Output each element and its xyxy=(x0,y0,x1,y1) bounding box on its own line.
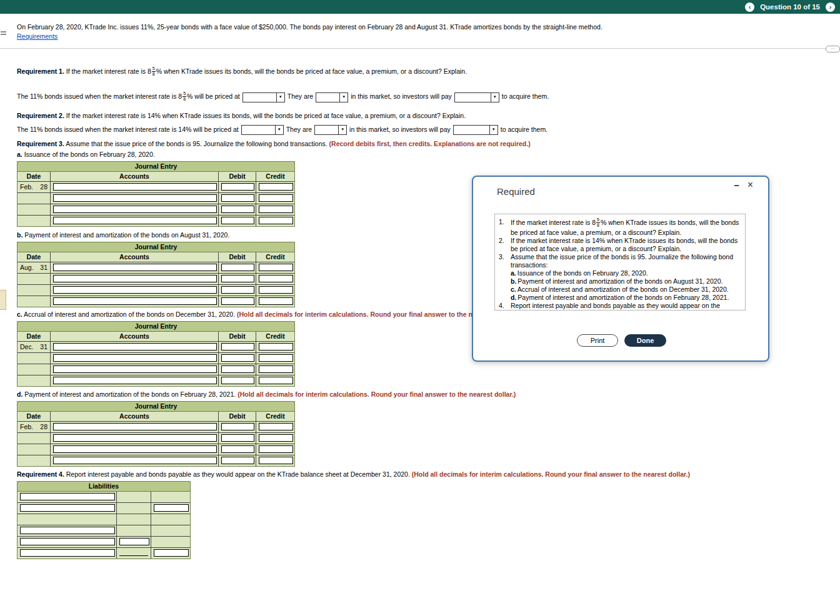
print-button[interactable]: Print xyxy=(577,334,618,347)
side-tab[interactable] xyxy=(0,290,6,310)
account-input[interactable] xyxy=(53,377,217,384)
balance-sheet-row xyxy=(18,514,190,525)
debit-input[interactable] xyxy=(221,365,254,373)
dropdown-arrow-icon: ▼ xyxy=(491,93,499,102)
liability-label-input[interactable] xyxy=(20,549,115,557)
account-input[interactable] xyxy=(53,365,217,373)
more-options-button[interactable]: ··· xyxy=(826,46,840,52)
next-question-button[interactable]: › xyxy=(826,2,835,12)
credit-input[interactable] xyxy=(259,183,293,191)
requirement-item: 4. Report interest payable and bonds pay… xyxy=(499,302,740,310)
journal-entry-title: Journal Entry xyxy=(18,242,294,252)
amount-input[interactable] xyxy=(119,538,149,545)
account-input[interactable] xyxy=(53,217,217,224)
account-input[interactable] xyxy=(53,286,217,294)
debit-input[interactable] xyxy=(221,206,254,213)
debit-input[interactable] xyxy=(221,423,254,430)
close-icon[interactable]: × xyxy=(748,179,753,191)
they-are-dropdown[interactable]: ▼ xyxy=(316,92,348,102)
account-input[interactable] xyxy=(53,206,217,213)
account-input[interactable] xyxy=(53,354,217,362)
account-input[interactable] xyxy=(53,457,217,464)
amount-input[interactable] xyxy=(154,504,189,512)
debit-input[interactable] xyxy=(221,194,254,202)
credit-input[interactable] xyxy=(259,365,293,373)
entry-day: 31 xyxy=(40,262,48,273)
liability-label-input[interactable] xyxy=(20,527,115,534)
credit-input[interactable] xyxy=(259,434,293,442)
priced-at-dropdown[interactable]: ▼ xyxy=(242,92,285,102)
requirement-2-answer-line: The 11% bonds issued when the market int… xyxy=(17,125,548,135)
debit-input[interactable] xyxy=(221,297,254,305)
transaction-d-label: d. Payment of interest and amortization … xyxy=(17,390,516,399)
credit-input[interactable] xyxy=(259,194,293,202)
liability-label-input[interactable] xyxy=(20,493,115,500)
debit-input[interactable] xyxy=(221,445,254,453)
debit-input[interactable] xyxy=(221,354,254,362)
priced-at-dropdown[interactable]: ▼ xyxy=(241,125,284,135)
credit-input[interactable] xyxy=(259,217,293,224)
account-input[interactable] xyxy=(53,264,217,271)
journal-row xyxy=(18,433,294,444)
requirements-link[interactable]: Requirements xyxy=(17,32,58,41)
debit-input[interactable] xyxy=(221,264,254,271)
debit-input[interactable] xyxy=(221,217,254,224)
debit-input[interactable] xyxy=(221,343,254,350)
debit-input[interactable] xyxy=(221,457,254,464)
credit-input[interactable] xyxy=(259,445,293,453)
debit-input[interactable] xyxy=(221,377,254,384)
credit-input[interactable] xyxy=(259,343,293,350)
requirement-subitem: c.Accrual of interest and amortization o… xyxy=(511,286,740,294)
requirement-1-heading: Requirement 1. If the market interest ra… xyxy=(17,67,467,77)
credit-input[interactable] xyxy=(259,423,293,430)
account-input[interactable] xyxy=(53,343,217,350)
account-input[interactable] xyxy=(53,445,217,453)
investors-pay-dropdown[interactable]: ▼ xyxy=(453,125,498,135)
collapse-panel-icon[interactable] xyxy=(1,30,6,36)
they-are-dropdown[interactable]: ▼ xyxy=(314,125,347,135)
credit-input[interactable] xyxy=(259,264,293,271)
debit-input[interactable] xyxy=(221,434,254,442)
minimize-icon[interactable]: − xyxy=(734,180,739,191)
investors-pay-dropdown[interactable]: ▼ xyxy=(454,92,499,102)
credit-input[interactable] xyxy=(259,275,293,282)
journal-row xyxy=(18,364,294,375)
balance-sheet-row xyxy=(18,525,190,537)
account-input[interactable] xyxy=(53,183,217,191)
journal-row: Feb.28 xyxy=(18,422,294,433)
credit-input[interactable] xyxy=(259,297,293,305)
credit-input[interactable] xyxy=(259,377,293,384)
credit-input[interactable] xyxy=(259,286,293,294)
account-input[interactable] xyxy=(53,275,217,282)
journal-row xyxy=(18,285,294,296)
journal-row xyxy=(18,444,294,455)
liability-label-input[interactable] xyxy=(20,538,115,545)
done-button[interactable]: Done xyxy=(624,334,666,347)
account-input[interactable] xyxy=(53,297,217,305)
debit-input[interactable] xyxy=(221,286,254,294)
debit-input[interactable] xyxy=(221,275,254,282)
credit-input[interactable] xyxy=(259,206,293,213)
account-input[interactable] xyxy=(53,423,217,430)
amount-input[interactable] xyxy=(154,549,189,557)
account-input[interactable] xyxy=(53,194,217,202)
top-bar: ‹ Question 10 of 15 › xyxy=(0,0,840,14)
prev-question-button[interactable]: ‹ xyxy=(745,2,754,12)
credit-input[interactable] xyxy=(259,354,293,362)
journal-row: Feb.28 xyxy=(18,182,294,193)
balance-sheet-row xyxy=(18,492,190,503)
journal-table-c: Journal Entry Date Accounts Debit Credit… xyxy=(17,321,295,387)
credit-input[interactable] xyxy=(259,457,293,464)
fraction: 58 xyxy=(152,66,156,77)
journal-row xyxy=(18,296,294,307)
debit-input[interactable] xyxy=(221,183,254,191)
account-input[interactable] xyxy=(53,434,217,442)
journal-row xyxy=(18,216,294,226)
requirement-item: 1. If the market interest rate is 858% w… xyxy=(499,218,740,237)
liability-label-input[interactable] xyxy=(20,504,115,512)
entry-month: Dec. xyxy=(20,342,34,352)
fraction: 58 xyxy=(596,217,600,228)
dropdown-arrow-icon: ▼ xyxy=(339,93,348,102)
journal-entry-title: Journal Entry xyxy=(18,322,294,332)
chevron-left-icon: ‹ xyxy=(749,3,751,11)
